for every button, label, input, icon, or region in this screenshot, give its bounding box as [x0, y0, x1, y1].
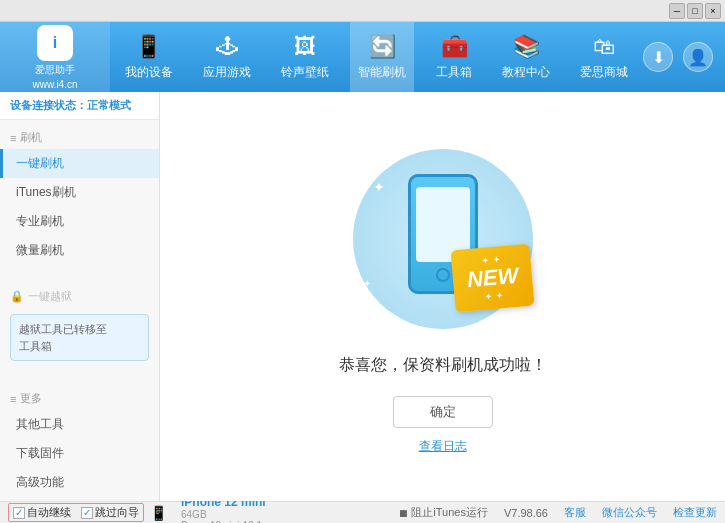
one-click-flash-label: 一键刷机 [16, 155, 64, 172]
sparkle-1: ✦ [373, 179, 385, 195]
flash-header-icon: ≡ [10, 132, 16, 144]
jailbreak-header: 🔒 一键越狱 [0, 285, 159, 308]
smart-store-icon: 🔄 [369, 34, 396, 60]
bottom-bar: ✓ 自动继续 ✓ 跳过向导 📱 iPhone 12 mini 64GB Down… [0, 501, 725, 523]
view-log-link[interactable]: 查看日志 [419, 438, 467, 455]
skip-wizard-cb-box[interactable]: ✓ [81, 507, 93, 519]
more-header-icon: ≡ [10, 393, 16, 405]
nav-smart-store[interactable]: 🔄 智能刷机 [350, 22, 414, 92]
stop-itunes-label: 阻止iTunes运行 [411, 505, 488, 520]
service-link[interactable]: 客服 [564, 505, 586, 520]
nav-bar: 📱 我的设备 🕹 应用游戏 🖼 铃声壁纸 🔄 智能刷机 🧰 工具箱 📚 教程中心… [110, 22, 643, 92]
auto-continue-cb-box[interactable]: ✓ [13, 507, 25, 519]
main-wrapper: 设备连接状态：正常模式 ≡ 刷机 一键刷机 iTunes刷机 专业刷机 微量刷机 [0, 92, 725, 501]
device-model: Down-12mini-13,1 [181, 520, 266, 524]
success-illustration: ✦ ✦ ✦ ✦ ✦ NEW ✦ ✦ [343, 139, 543, 339]
jailbreak-notice-text: 越狱工具已转移至工具箱 [19, 323, 107, 352]
more-header-label: 更多 [20, 391, 42, 406]
sidebar-item-dfu-flash[interactable]: 微量刷机 [0, 236, 159, 265]
phone-home-btn [436, 268, 450, 282]
flash-header-label: 刷机 [20, 130, 42, 145]
maximize-btn[interactable]: □ [687, 3, 703, 19]
itunes-flash-label: iTunes刷机 [16, 184, 76, 201]
jailbreak-icon: 🔒 [10, 290, 24, 303]
sidebar-item-download-firmware[interactable]: 下载固件 [0, 439, 159, 468]
my-device-icon: 📱 [135, 34, 162, 60]
skip-wizard-checkbox[interactable]: ✓ 跳过向导 [81, 505, 139, 520]
success-text: 恭喜您，保资料刷机成功啦！ [339, 355, 547, 376]
status-value: 正常模式 [87, 99, 131, 111]
checkbox-group: ✓ 自动继续 ✓ 跳过向导 [8, 503, 144, 522]
nav-store[interactable]: 🛍 爱思商城 [572, 22, 636, 92]
wechat-link[interactable]: 微信公众号 [602, 505, 657, 520]
new-ribbon: ✦ ✦ NEW ✦ ✦ [451, 243, 535, 312]
dfu-flash-label: 微量刷机 [16, 242, 64, 259]
sparkle-3: ✦ [363, 278, 371, 289]
download-firmware-label: 下载固件 [16, 445, 64, 462]
nav-ringtones[interactable]: 🖼 铃声壁纸 [273, 22, 337, 92]
download-btn[interactable]: ⬇ [643, 42, 673, 72]
view-log-label: 查看日志 [419, 439, 467, 453]
bottom-right: ⏹ 阻止iTunes运行 V7.98.66 客服 微信公众号 检查更新 [398, 505, 717, 520]
sidebar: 设备连接状态：正常模式 ≡ 刷机 一键刷机 iTunes刷机 专业刷机 微量刷机 [0, 92, 160, 501]
more-section: ≡ 更多 其他工具 下载固件 高级功能 [0, 381, 159, 501]
nav-toolbox[interactable]: 🧰 工具箱 [428, 22, 480, 92]
store-label: 爱思商城 [580, 64, 628, 81]
advanced-label: 高级功能 [16, 474, 64, 491]
nav-apps-games[interactable]: 🕹 应用游戏 [195, 22, 259, 92]
store-icon: 🛍 [593, 34, 615, 60]
sidebar-item-itunes-flash[interactable]: iTunes刷机 [0, 178, 159, 207]
content-area: ✦ ✦ ✦ ✦ ✦ NEW ✦ ✦ 恭喜您，保资料刷机成功啦！ 确定 查看日志 [160, 92, 725, 501]
confirm-button[interactable]: 确定 [393, 396, 493, 428]
stop-itunes-btn[interactable]: ⏹ 阻止iTunes运行 [398, 505, 488, 520]
version-text: V7.98.66 [504, 507, 548, 519]
sidebar-item-advanced[interactable]: 高级功能 [0, 468, 159, 497]
sparkle-2: ✦ [495, 159, 503, 170]
user-btn[interactable]: 👤 [683, 42, 713, 72]
sidebar-item-other-tools[interactable]: 其他工具 [0, 410, 159, 439]
minimize-btn[interactable]: ─ [669, 3, 685, 19]
new-badge-text: NEW [466, 262, 519, 292]
ringtones-icon: 🖼 [294, 34, 316, 60]
toolbox-icon: 🧰 [441, 34, 468, 60]
logo-url: www.i4.cn [32, 79, 77, 90]
more-header: ≡ 更多 [0, 387, 159, 410]
my-device-label: 我的设备 [125, 64, 173, 81]
logo[interactable]: i 爱思助手 www.i4.cn [0, 22, 110, 92]
auto-continue-label: 自动继续 [27, 505, 71, 520]
apps-games-icon: 🕹 [216, 34, 238, 60]
tutorial-label: 教程中心 [502, 64, 550, 81]
device-icon: 📱 [150, 505, 167, 521]
flash-header: ≡ 刷机 [0, 126, 159, 149]
jailbreak-label: 一键越狱 [28, 289, 72, 304]
smart-store-label: 智能刷机 [358, 64, 406, 81]
pro-flash-label: 专业刷机 [16, 213, 64, 230]
header: i 爱思助手 www.i4.cn 📱 我的设备 🕹 应用游戏 🖼 铃声壁纸 🔄 … [0, 22, 725, 92]
device-storage: 64GB [181, 509, 266, 520]
auto-continue-checkbox[interactable]: ✓ 自动继续 [13, 505, 71, 520]
close-btn[interactable]: × [705, 3, 721, 19]
status-bar: 设备连接状态：正常模式 [0, 92, 159, 120]
tutorial-icon: 📚 [513, 34, 540, 60]
nav-my-device[interactable]: 📱 我的设备 [117, 22, 181, 92]
stop-itunes-icon: ⏹ [398, 507, 409, 519]
jailbreak-section: 🔒 一键越狱 越狱工具已转移至工具箱 [0, 279, 159, 373]
sidebar-item-pro-flash[interactable]: 专业刷机 [0, 207, 159, 236]
nav-right-buttons: ⬇ 👤 [643, 42, 725, 72]
logo-icon: i [37, 25, 73, 61]
toolbox-label: 工具箱 [436, 64, 472, 81]
logo-name: 爱思助手 [35, 63, 75, 77]
ringtones-label: 铃声壁纸 [281, 64, 329, 81]
jailbreak-notice: 越狱工具已转移至工具箱 [10, 314, 149, 361]
title-bar: ─ □ × [0, 0, 725, 22]
nav-tutorial[interactable]: 📚 教程中心 [494, 22, 558, 92]
sidebar-item-one-click-flash[interactable]: 一键刷机 [0, 149, 159, 178]
confirm-label: 确定 [430, 403, 456, 421]
status-label: 设备连接状态： [10, 99, 87, 111]
apps-games-label: 应用游戏 [203, 64, 251, 81]
flash-section: ≡ 刷机 一键刷机 iTunes刷机 专业刷机 微量刷机 [0, 120, 159, 271]
check-update-link[interactable]: 检查更新 [673, 505, 717, 520]
other-tools-label: 其他工具 [16, 416, 64, 433]
skip-wizard-label: 跳过向导 [95, 505, 139, 520]
